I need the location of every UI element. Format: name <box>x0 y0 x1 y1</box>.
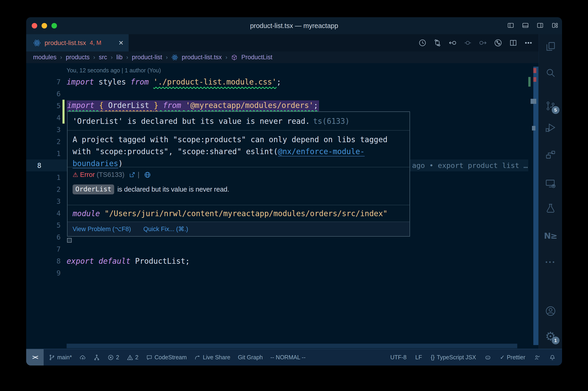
customize-layout-icon[interactable] <box>551 22 558 30</box>
breadcrumb-item-lib[interactable]: lib <box>116 54 123 61</box>
remote-indicator[interactable]: >< <box>26 349 44 366</box>
notifications-bell-icon[interactable] <box>549 354 556 361</box>
remote-explorer-icon[interactable] <box>543 177 558 191</box>
error-hover-tooltip: 'OrderList' is declared but its value is… <box>67 111 410 237</box>
explorer-copy-icon[interactable] <box>543 39 558 54</box>
line-number[interactable]: 2 <box>26 185 61 194</box>
encoding-item[interactable]: UTF-8 <box>390 354 407 361</box>
line-number[interactable]: 6 <box>26 90 61 98</box>
feedback-person-icon[interactable] <box>534 354 540 361</box>
symbol-chip: OrderList <box>73 185 114 194</box>
breadcrumb-item-file[interactable]: product-list.tsx <box>182 54 222 61</box>
status-bar: >< main* 2 2 CodeStream <box>26 349 562 366</box>
language-mode-item[interactable]: {} TypeScript JSX <box>431 354 476 361</box>
tab-filename: product-list.tsx <box>45 39 86 47</box>
line-number[interactable]: 5 <box>26 221 61 229</box>
more-views-icon[interactable]: ··· <box>543 255 558 269</box>
previous-change-icon[interactable] <box>448 39 457 47</box>
code-line[interactable]: 8export default ProductList; <box>26 255 528 267</box>
error-mark <box>533 77 536 82</box>
project-graph-icon[interactable] <box>543 148 558 162</box>
vim-mode-item[interactable]: -- NORMAL -- <box>270 354 306 361</box>
change-marker-icon[interactable] <box>464 39 472 47</box>
prettier-item[interactable]: ✓ Prettier <box>500 354 525 361</box>
account-icon[interactable] <box>543 304 558 318</box>
line-number[interactable]: 8 <box>26 257 61 265</box>
line-number[interactable]: 4 <box>26 114 61 122</box>
git-graph-status-icon[interactable] <box>93 354 100 361</box>
ts-error-code: ts(6133) <box>313 117 349 126</box>
line-number[interactable]: 3 <box>26 126 61 134</box>
breadcrumb: modules › products › src › lib › product… <box>26 51 539 63</box>
close-window-button[interactable] <box>32 23 37 28</box>
breadcrumb-item-symbol[interactable]: ProductList <box>241 54 272 61</box>
line-number[interactable]: 5 <box>26 102 61 110</box>
line-number[interactable]: 1 <box>26 174 61 182</box>
next-change-icon[interactable] <box>479 39 487 47</box>
compare-changes-icon[interactable] <box>433 39 442 47</box>
breadcrumb-item-product-list[interactable]: product-list <box>132 54 162 61</box>
line-number[interactable]: 2 <box>26 138 61 146</box>
line-number[interactable]: 7 <box>26 245 61 253</box>
tab-product-list[interactable]: product-list.tsx 4, M ✕ <box>26 34 129 51</box>
toggle-primary-sidebar-icon[interactable] <box>507 22 514 30</box>
code-line[interactable]: 6 <box>26 88 528 100</box>
live-share-item[interactable]: Live Share <box>194 354 230 361</box>
codestream-item[interactable]: CodeStream <box>146 354 187 361</box>
maximize-window-button[interactable] <box>51 23 57 28</box>
error-mark <box>533 68 536 73</box>
code-line[interactable]: 7import styles from './product-list.modu… <box>26 76 528 88</box>
line-number[interactable]: 8 <box>26 162 61 170</box>
breadcrumb-item-src[interactable]: src <box>99 54 107 61</box>
settings-gear-icon[interactable]: ⚙ 1 <box>543 329 558 343</box>
copilot-icon[interactable] <box>485 354 491 361</box>
source-control-icon[interactable]: 5 <box>543 99 558 113</box>
settings-badge: 1 <box>552 337 560 344</box>
toggle-secondary-sidebar-icon[interactable] <box>537 22 544 30</box>
breadcrumb-item-modules[interactable]: modules <box>33 54 57 61</box>
split-editor-icon[interactable] <box>509 39 517 47</box>
tooltip-resize-grip[interactable] <box>67 238 72 243</box>
line-number[interactable]: 4 <box>26 209 61 217</box>
toggle-panel-icon[interactable] <box>522 22 529 30</box>
view-problem-action[interactable]: View Problem (⌥F8) <box>73 225 131 233</box>
test-beaker-icon[interactable] <box>543 201 558 215</box>
line-number[interactable]: 7 <box>26 78 61 86</box>
horizontal-scrollbar[interactable] <box>67 344 517 348</box>
blame-annotation[interactable]: You, 12 seconds ago | 1 author (You) <box>26 63 528 76</box>
quick-fix-action[interactable]: Quick Fix... (⌘.) <box>143 225 188 233</box>
code-line[interactable]: 9 <box>26 267 528 279</box>
globe-icon[interactable] <box>144 171 151 178</box>
breadcrumb-separator: › <box>126 54 128 61</box>
git-version-icon[interactable] <box>494 39 502 47</box>
search-icon[interactable] <box>543 66 558 80</box>
line-number[interactable]: 1 <box>26 150 61 158</box>
git-graph-item[interactable]: Git Graph <box>238 354 263 361</box>
line-number[interactable]: 3 <box>26 197 61 205</box>
eol-item[interactable]: LF <box>415 354 422 361</box>
nx-console-icon[interactable]: N≥ <box>543 229 558 243</box>
line-number[interactable]: 6 <box>26 233 61 241</box>
open-external-icon[interactable] <box>129 171 136 178</box>
problems-warnings-item[interactable]: 2 <box>127 354 139 361</box>
timeline-history-icon[interactable] <box>418 39 426 47</box>
close-tab-icon[interactable]: ✕ <box>118 39 124 47</box>
debug-icon[interactable] <box>543 120 558 135</box>
vertical-scrollbar[interactable] <box>533 67 538 345</box>
eslint-error-message: A project tagged with "scope:products" c… <box>73 134 399 170</box>
code-line[interactable]: 5import { OrderList } from '@myreactapp/… <box>26 100 528 112</box>
title-bar: product-list.tsx — myreactapp <box>26 17 562 34</box>
problems-errors-item[interactable]: 2 <box>107 354 119 361</box>
minimize-window-button[interactable] <box>42 23 47 28</box>
more-actions-icon[interactable] <box>524 39 533 47</box>
tab-problems-modified-badge: 4, M <box>90 39 101 46</box>
breadcrumb-item-products[interactable]: products <box>66 54 89 61</box>
git-branch-item[interactable]: main* <box>49 354 72 361</box>
line-number[interactable]: 9 <box>26 269 61 277</box>
severity-label: Error <box>80 171 95 179</box>
code-line[interactable]: 7 <box>26 243 528 255</box>
hover-actions: View Problem (⌥F8) Quick Fix... (⌘.) <box>68 222 410 236</box>
publish-cloud-icon[interactable] <box>80 354 86 361</box>
activity-bar: 5 N≥ ··· ⚙ 1 <box>539 34 562 349</box>
breadcrumb-separator: › <box>225 54 227 61</box>
